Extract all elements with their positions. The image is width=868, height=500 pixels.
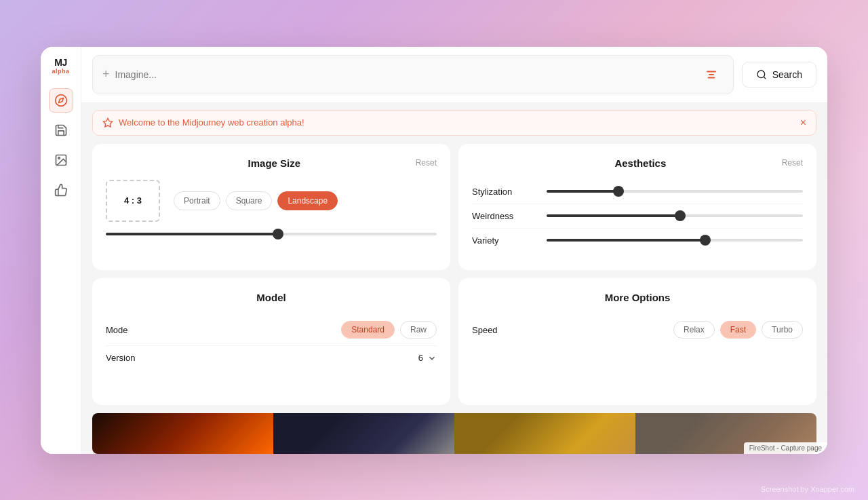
svg-point-0	[55, 95, 66, 107]
fireshot-bar: FireShot - Capture page	[744, 442, 827, 454]
panels-area: Image Size Reset 4 : 3 Portrait Square L…	[81, 136, 827, 413]
mode-buttons: Standard Raw	[341, 321, 437, 339]
sidebar-item-images[interactable]	[49, 148, 73, 172]
bg-image-2	[273, 413, 454, 454]
aesthetics-title: Aesthetics	[499, 157, 782, 169]
relax-speed-button[interactable]: Relax	[673, 321, 715, 339]
imagine-input[interactable]	[115, 69, 694, 80]
speed-row: Speed Relax Fast Turbo	[472, 314, 803, 345]
weirdness-label: Weirdness	[472, 211, 533, 221]
top-bar: + Search	[81, 47, 827, 103]
plus-icon[interactable]: +	[102, 67, 110, 81]
logo: MJ alpha	[52, 58, 69, 75]
model-panel: Model Mode Standard Raw Version	[92, 278, 450, 405]
main-content: + Search	[81, 47, 827, 454]
imagine-area[interactable]: +	[92, 55, 734, 94]
fireshot-text: FireShot - Capture page	[749, 444, 822, 452]
speed-label: Speed	[472, 325, 673, 335]
right-panels: Aesthetics Reset Stylization	[458, 144, 816, 405]
search-label: Search	[772, 69, 802, 80]
aesthetics-reset[interactable]: Reset	[782, 158, 803, 168]
size-slider-row	[106, 233, 437, 235]
raw-mode-button[interactable]: Raw	[400, 321, 437, 339]
stylization-row: Stylization	[472, 180, 803, 204]
aspect-ratio-box: 4 : 3	[106, 180, 160, 222]
variety-row: Variety	[472, 229, 803, 252]
image-size-header: Image Size Reset	[106, 157, 437, 169]
orientation-buttons: Portrait Square Landscape	[174, 191, 338, 210]
mode-row: Mode Standard Raw	[106, 314, 437, 346]
fast-speed-button[interactable]: Fast	[720, 321, 756, 339]
image-size-panel: Image Size Reset 4 : 3 Portrait Square L…	[92, 144, 450, 271]
landscape-button[interactable]: Landscape	[277, 191, 338, 210]
aesthetics-header: Aesthetics Reset	[472, 157, 803, 169]
size-slider-track[interactable]	[106, 233, 437, 235]
version-label: Version	[106, 353, 418, 363]
variety-label: Variety	[472, 235, 533, 246]
sidebar: MJ alpha	[41, 47, 81, 454]
left-panels: Image Size Reset 4 : 3 Portrait Square L…	[92, 144, 450, 405]
aspect-ratio-value: 4 : 3	[124, 195, 142, 206]
welcome-text: Welcome to the Midjourney web creation a…	[119, 117, 304, 128]
stylization-label: Stylization	[472, 187, 533, 197]
model-title: Model	[133, 292, 410, 303]
version-value: 6	[418, 353, 423, 363]
svg-line-8	[764, 77, 766, 79]
weirdness-slider[interactable]	[547, 214, 803, 217]
sidebar-item-saved[interactable]	[49, 118, 73, 142]
more-options-title: More Options	[499, 292, 776, 303]
speed-buttons: Relax Fast Turbo	[673, 321, 803, 339]
aesthetics-panel: Aesthetics Reset Stylization	[458, 144, 816, 271]
close-icon[interactable]: ×	[800, 117, 806, 128]
sidebar-item-explore[interactable]	[49, 88, 73, 113]
weirdness-row: Weirdness	[472, 204, 803, 229]
filter-icon[interactable]	[699, 62, 724, 87]
stylization-slider[interactable]	[547, 190, 803, 193]
search-icon	[756, 69, 767, 80]
chevron-down-icon	[427, 353, 437, 363]
variety-slider[interactable]	[547, 239, 803, 242]
turbo-speed-button[interactable]: Turbo	[762, 321, 803, 339]
model-section: Mode Standard Raw Version 6	[106, 314, 437, 370]
svg-point-7	[757, 71, 765, 78]
screenshot-credit: Screenshot by Xnapper.com	[761, 485, 854, 493]
version-select[interactable]: 6	[418, 353, 437, 363]
mode-label: Mode	[106, 325, 341, 335]
logo-alpha: alpha	[52, 68, 69, 75]
bg-image-3	[454, 413, 635, 454]
size-display: 4 : 3 Portrait Square Landscape	[106, 180, 437, 222]
app-window: MJ alpha	[41, 47, 827, 454]
search-button[interactable]: Search	[742, 62, 816, 88]
version-row: Version 6	[106, 346, 437, 370]
more-options-header: More Options	[472, 292, 803, 303]
background-images	[92, 413, 816, 454]
bg-image-1	[92, 413, 273, 454]
svg-marker-1	[58, 98, 63, 102]
svg-marker-9	[103, 118, 112, 127]
aesthetics-sliders: Stylization Weirdness	[472, 180, 803, 252]
logo-mj: MJ	[54, 58, 66, 68]
model-header: Model	[106, 292, 437, 303]
more-options-panel: More Options Speed Relax Fast Turbo	[458, 278, 816, 405]
sparkle-icon	[102, 117, 113, 128]
portrait-button[interactable]: Portrait	[174, 191, 220, 210]
welcome-banner: Welcome to the Midjourney web creation a…	[92, 110, 816, 136]
sidebar-item-likes[interactable]	[49, 178, 73, 202]
square-button[interactable]: Square	[226, 191, 273, 210]
image-size-reset[interactable]: Reset	[416, 158, 437, 168]
image-size-title: Image Size	[133, 157, 416, 169]
svg-point-3	[58, 157, 60, 159]
standard-mode-button[interactable]: Standard	[341, 321, 395, 339]
